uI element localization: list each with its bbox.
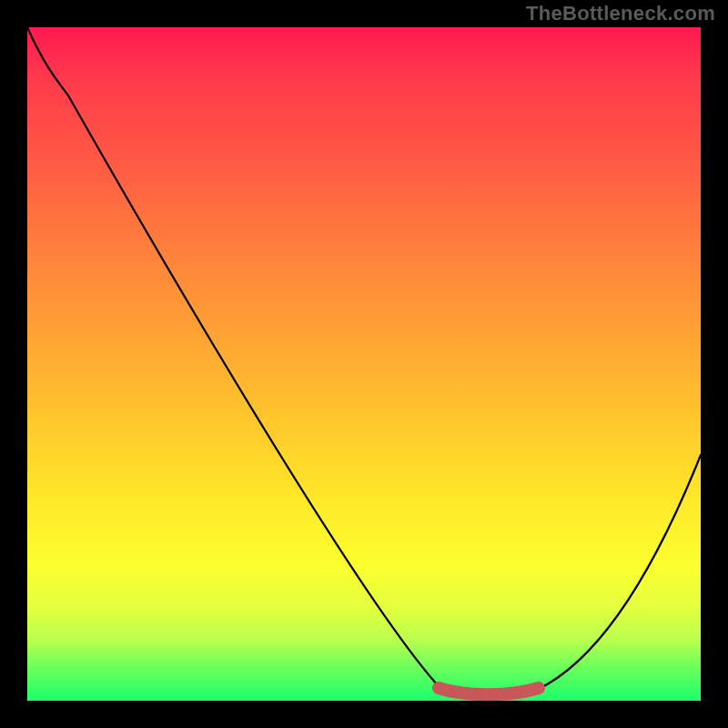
bottleneck-curve-svg	[27, 27, 701, 701]
optimal-range-highlight	[439, 688, 539, 694]
plot-area	[27, 27, 701, 701]
watermark: TheBottleneck.com	[526, 2, 715, 25]
bottleneck-curve	[27, 27, 701, 696]
chart-frame: TheBottleneck.com	[0, 0, 728, 728]
